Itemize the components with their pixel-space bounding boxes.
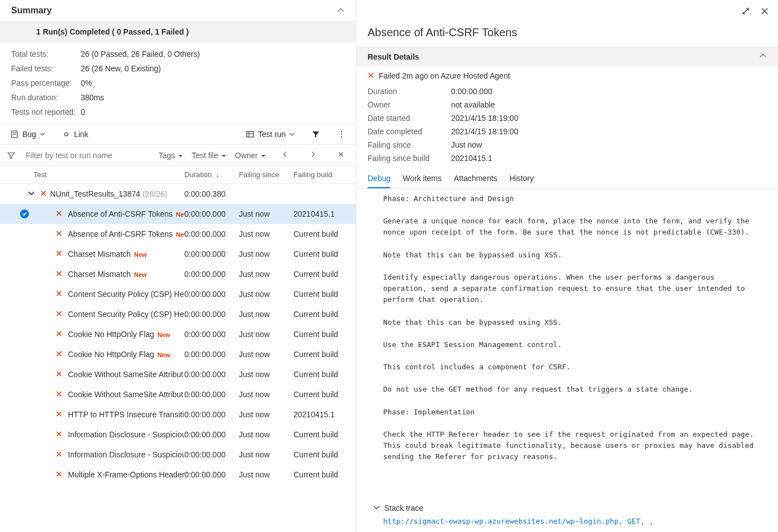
test-row[interactable]: Absence of Anti-CSRF TokensNew 0:00:00.0…: [0, 224, 356, 244]
test-name: Cookie No HttpOnly FlagNew: [68, 350, 184, 359]
column-icon: [246, 130, 255, 139]
col-duration[interactable]: Duration ↓: [184, 170, 239, 179]
test-row[interactable]: Multiple X-Frame-Options Header 0:00:00.…: [0, 465, 356, 485]
sort-arrow-icon: ↓: [216, 170, 219, 179]
test-failing-since: Just now: [239, 350, 293, 359]
table-header: Test Duration ↓ Failing since Failing bu…: [0, 166, 356, 184]
test-row[interactable]: Content Security Policy (CSP) Heac 0:00:…: [0, 284, 356, 304]
group-row[interactable]: NUnit_TestResults_13874 (26/26) 0:00:00.…: [0, 184, 356, 204]
test-duration: 0:00:00.000: [184, 250, 239, 258]
tags-dropdown[interactable]: Tags: [159, 151, 183, 160]
test-name: Cookie Without SameSite Attribut: [68, 370, 184, 379]
fail-icon: [56, 470, 63, 479]
prop-key: Date completed: [368, 127, 451, 136]
tab-history[interactable]: History: [510, 169, 534, 188]
detail-prop: Duration0:00:00.000: [368, 85, 767, 98]
test-failing-since: Just now: [239, 470, 293, 479]
test-failing-since: Just now: [239, 250, 293, 258]
svg-rect-1: [247, 131, 253, 137]
test-failing-build: Current build: [293, 370, 349, 379]
summary-key: Run duration:: [11, 93, 81, 102]
summary-val: 0%: [81, 79, 92, 87]
filter-toggle-button[interactable]: [308, 128, 324, 141]
col-test[interactable]: Test: [33, 170, 184, 179]
test-failing-build: Current build: [293, 390, 349, 399]
prop-key: Failing since build: [368, 154, 451, 163]
stack-link[interactable]: http://sigmact-owasp-wp.azurewebsites.ne…: [356, 515, 778, 532]
link-label: Link: [74, 130, 89, 139]
filter-input[interactable]: [25, 150, 150, 160]
test-duration: 0:00:00.000: [184, 430, 239, 439]
prop-val: Just now: [451, 140, 482, 149]
tab-work-items[interactable]: Work items: [403, 169, 442, 188]
close-button[interactable]: [758, 4, 771, 19]
summary-header[interactable]: Summary: [0, 0, 356, 22]
fail-icon: [56, 390, 63, 399]
test-duration: 0:00:00.000: [184, 350, 239, 359]
chevron-up-icon[interactable]: [337, 6, 345, 16]
test-row[interactable]: HTTP to HTTPS Insecure Transitior 0:00:0…: [0, 404, 356, 424]
new-badge: New: [134, 251, 147, 258]
test-name: Information Disclosure - Suspiciou: [68, 450, 184, 459]
next-button[interactable]: [305, 148, 321, 162]
prop-key: Owner: [368, 100, 451, 109]
test-name: Charset MismatchNew: [68, 250, 184, 258]
test-failing-build: Current build: [293, 250, 349, 258]
summary-row: Tests not reported:0: [11, 105, 345, 119]
right-pane: Absence of Anti-CSRF Tokens Result Detai…: [356, 0, 778, 532]
summary-body: Total tests:26 (0 Passed, 26 Failed, 0 O…: [0, 42, 356, 124]
fail-icon: [56, 290, 63, 299]
group-count: (26/26): [143, 189, 167, 198]
link-button[interactable]: Link: [58, 128, 92, 141]
test-failing-build: Current build: [293, 290, 349, 299]
test-row[interactable]: Information Disclosure - Suspiciou 0:00:…: [0, 445, 356, 465]
bug-icon: [10, 130, 19, 139]
test-row[interactable]: Charset MismatchNew 0:00:00.000 Just now…: [0, 244, 356, 264]
col-failing-since[interactable]: Failing since: [239, 170, 293, 179]
test-failing-since: Just now: [239, 270, 293, 279]
test-duration: 0:00:00.000: [184, 470, 239, 479]
new-badge: New: [176, 211, 184, 218]
chevron-up-icon[interactable]: [759, 52, 767, 61]
prop-val: 2021/4/15 18:19:00: [451, 127, 518, 136]
test-row[interactable]: Content Security Policy (CSP) Heac 0:00:…: [0, 304, 356, 324]
test-row[interactable]: Cookie Without SameSite Attribut 0:00:00…: [0, 364, 356, 384]
test-duration: 0:00:00.000: [184, 290, 239, 299]
test-run-dropdown[interactable]: Test run: [242, 128, 298, 141]
prev-button[interactable]: [277, 148, 293, 162]
bug-button[interactable]: Bug: [7, 128, 48, 141]
tab-attachments[interactable]: Attachments: [454, 169, 497, 188]
funnel-icon: [311, 130, 320, 139]
col-failing-build[interactable]: Failing build: [293, 170, 349, 179]
test-failing-build: Current build: [293, 470, 349, 479]
test-row[interactable]: Charset MismatchNew 0:00:00.000 Just now…: [0, 264, 356, 284]
more-button[interactable]: [334, 128, 349, 141]
test-failing-since: Just now: [239, 290, 293, 299]
debug-body[interactable]: Phase: Architecture and Design Generate …: [356, 189, 778, 497]
chevron-down-icon[interactable]: [28, 189, 35, 198]
summary-title: Summary: [11, 6, 337, 16]
prop-key: Date started: [368, 114, 451, 123]
fail-icon: [56, 430, 63, 439]
prop-val: not available: [451, 100, 495, 109]
stack-trace-header[interactable]: Stack trace: [356, 497, 778, 515]
close-filter-button[interactable]: [332, 148, 349, 162]
fail-text: Failed 2m ago on Azure Hosted Agent: [379, 71, 510, 80]
test-row[interactable]: Cookie Without SameSite Attribut 0:00:00…: [0, 384, 356, 404]
test-duration: 0:00:00.000: [184, 270, 239, 279]
test-failing-since: Just now: [239, 310, 293, 319]
tab-debug[interactable]: Debug: [368, 169, 390, 188]
test-failing-since: Just now: [239, 330, 293, 339]
fail-icon: [40, 189, 47, 198]
owner-dropdown[interactable]: Owner: [235, 151, 266, 160]
testfile-dropdown[interactable]: Test file: [192, 151, 226, 160]
test-row[interactable]: Cookie No HttpOnly FlagNew 0:00:00.000 J…: [0, 344, 356, 364]
summary-val: 0: [81, 108, 85, 116]
detail-prop: Date started2021/4/15 18:19:00: [368, 111, 767, 125]
toolbar: Bug Link Test run: [0, 124, 356, 145]
test-row[interactable]: Cookie No HttpOnly FlagNew 0:00:00.000 J…: [0, 324, 356, 344]
expand-button[interactable]: [739, 4, 752, 19]
test-row[interactable]: Information Disclosure - Suspiciou 0:00:…: [0, 424, 356, 445]
test-row[interactable]: Absence of Anti-CSRF TokensNew 0:00:00.0…: [0, 204, 356, 224]
result-details-header[interactable]: Result Details: [356, 47, 778, 66]
